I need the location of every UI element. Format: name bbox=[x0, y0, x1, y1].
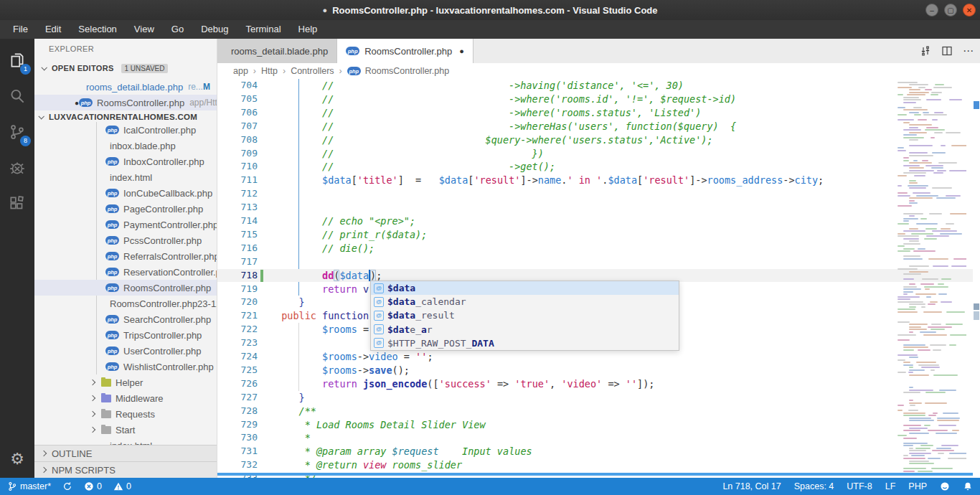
code-line-704[interactable]: 704 // ->having('distance', '<=', 30) bbox=[217, 79, 973, 93]
code-line-708[interactable]: 708 // $query->where('users.status','Act… bbox=[217, 133, 973, 147]
minimize-button-icon[interactable]: – bbox=[925, 4, 938, 16]
statusbar-git-branch[interactable]: master* bbox=[7, 481, 51, 491]
breadcrumb-item[interactable]: Http bbox=[261, 66, 278, 76]
code-line-730[interactable]: 730 * bbox=[217, 431, 973, 445]
code-line-705[interactable]: 705 // ->where('rooms.id', '!=', $reques… bbox=[217, 93, 973, 106]
suggestion-item[interactable]: @$data_result bbox=[371, 308, 679, 322]
npm-scripts-section[interactable]: NPM SCRIPTS bbox=[34, 461, 217, 478]
tree-item-usercontroller-php[interactable]: phpUserController.php bbox=[34, 343, 217, 359]
code-line-729[interactable]: 729 * Load Rooms Detail Slider View bbox=[217, 418, 973, 432]
tree-item-inbox-blade-php[interactable]: inbox.blade.php bbox=[34, 138, 217, 154]
statusbar-errors[interactable]: 0 bbox=[84, 481, 102, 491]
tree-item-roomscontroller-php23-12-[interactable]: RoomsController.php23-12... bbox=[34, 296, 217, 311]
menu-selection[interactable]: Selection bbox=[70, 20, 125, 39]
statusbar-cursor-position[interactable]: Ln 718, Col 17 bbox=[722, 481, 781, 491]
tree-item-icalcontroller-php[interactable]: phpIcalController.php bbox=[34, 122, 217, 138]
tree-item-inboxcontroller-php[interactable]: phpInboxController.php bbox=[34, 154, 217, 169]
title-bar[interactable]: ● RoomsController.php - luxvacationrenta… bbox=[0, 0, 980, 20]
code-line-713[interactable]: 713 bbox=[217, 201, 973, 214]
open-editors-header[interactable]: OPEN EDITORS 1 UNSAVED bbox=[34, 60, 217, 76]
tree-item-start[interactable]: Start bbox=[34, 422, 217, 438]
horizontal-scrollbar[interactable] bbox=[217, 473, 973, 476]
menu-debug[interactable]: Debug bbox=[192, 20, 237, 39]
tree-item-pagecontroller-php[interactable]: phpPageController.php bbox=[34, 201, 217, 217]
statusbar-feedback[interactable] bbox=[940, 481, 950, 491]
open-changes-icon[interactable] bbox=[920, 45, 931, 57]
menu-file[interactable]: File bbox=[4, 20, 37, 39]
split-editor-icon[interactable] bbox=[941, 45, 953, 57]
statusbar-warnings[interactable]: 0 bbox=[113, 481, 131, 491]
code-line-728[interactable]: 728 /** bbox=[217, 405, 973, 418]
tree-item-searchcontroller-php[interactable]: phpSearchController.php bbox=[34, 311, 217, 327]
close-button-icon[interactable]: ✕ bbox=[963, 4, 976, 16]
more-actions-icon[interactable]: ⋯ bbox=[963, 44, 974, 57]
code-line-712[interactable]: 712 bbox=[217, 187, 973, 201]
suggestion-item[interactable]: @$data bbox=[371, 281, 679, 295]
tree-item-requests[interactable]: Requests bbox=[34, 406, 217, 422]
line-text: public function bbox=[275, 309, 369, 323]
statusbar-sync[interactable] bbox=[62, 481, 72, 491]
breadcrumb[interactable]: app›Http›Controllers›phpRoomsController.… bbox=[217, 63, 980, 79]
statusbar-indentation[interactable]: Spaces: 4 bbox=[794, 481, 834, 491]
maximize-button-icon[interactable]: ▢ bbox=[944, 4, 957, 16]
code-line-731[interactable]: 731 * @param array $request Input values bbox=[217, 445, 973, 458]
tree-item-pcsscontroller-php[interactable]: phpPcssController.php bbox=[34, 232, 217, 248]
settings-gear-icon[interactable]: ⚙ bbox=[0, 446, 34, 472]
open-editor-item[interactable]: ●phpRoomsController.phpapp/Http/... bbox=[34, 95, 217, 110]
breadcrumb-item[interactable]: app bbox=[233, 66, 248, 76]
code-line-707[interactable]: 707 // ->whereHas('users', function($que… bbox=[217, 120, 973, 133]
outline-section[interactable]: OUTLINE bbox=[34, 445, 217, 461]
menu-go[interactable]: Go bbox=[163, 20, 192, 39]
tree-item-index-html[interactable]: 5index.html bbox=[34, 438, 217, 445]
suggestion-item[interactable]: @$date_ar bbox=[371, 323, 679, 336]
tree-item-ioncubecallback-php[interactable]: phpIonCubeCallback.php bbox=[34, 185, 217, 201]
code-line-717[interactable]: 717 bbox=[217, 255, 973, 269]
activitybar-debug[interactable] bbox=[0, 151, 34, 185]
suggestion-item[interactable]: @$HTTP_RAW_POST_DATA bbox=[371, 336, 679, 350]
code-line-716[interactable]: 716 // die(); bbox=[217, 242, 973, 255]
statusbar-eol[interactable]: LF bbox=[885, 481, 896, 491]
suggestion-item[interactable]: @$data_calendar bbox=[371, 295, 679, 308]
code-line-710[interactable]: 710 // ->get(); bbox=[217, 160, 973, 174]
intellisense-popup[interactable]: @$data@$data_calendar@$data_result@$date… bbox=[370, 280, 679, 351]
menu-help[interactable]: Help bbox=[290, 20, 326, 39]
tree-item-middleware[interactable]: Middleware bbox=[34, 390, 217, 406]
badge: 8 bbox=[20, 136, 31, 146]
activitybar-explorer[interactable]: 1 bbox=[0, 43, 34, 77]
menu-edit[interactable]: Edit bbox=[37, 20, 70, 39]
code-line-724[interactable]: 724 $rooms->video = ''; bbox=[217, 350, 973, 364]
code-line-732[interactable]: 732 * @return view rooms_slider bbox=[217, 458, 973, 472]
breadcrumb-item[interactable]: RoomsController.php bbox=[365, 66, 449, 76]
minimap[interactable] bbox=[895, 79, 966, 478]
tree-item-roomscontroller-php[interactable]: phpRoomsController.php bbox=[34, 280, 217, 296]
code-line-711[interactable]: 711 $data['title'] = $data['result']->na… bbox=[217, 174, 973, 187]
menu-view[interactable]: View bbox=[126, 20, 163, 39]
code-line-726[interactable]: 726 return json_encode(['success' => 'tr… bbox=[217, 377, 973, 391]
code-line-715[interactable]: 715 // print_r($data); bbox=[217, 228, 973, 242]
tree-item-helper[interactable]: Helper bbox=[34, 374, 217, 390]
tab-roomscontroller-php[interactable]: phpRoomsController.php● bbox=[337, 39, 473, 63]
menu-terminal[interactable]: Terminal bbox=[237, 20, 289, 39]
breadcrumb-item[interactable]: Controllers bbox=[291, 66, 334, 76]
tab-rooms-detail-blade-php[interactable]: rooms_detail.blade.php bbox=[217, 39, 337, 63]
code-line-714[interactable]: 714 // echo "<pre>"; bbox=[217, 214, 973, 228]
tree-item-reservationcontroller-php[interactable]: phpReservationController.php bbox=[34, 264, 217, 280]
code-line-725[interactable]: 725 $rooms->save(); bbox=[217, 364, 973, 377]
open-editor-item[interactable]: rooms_detail.blade.phpre...M bbox=[34, 79, 217, 95]
code-editor[interactable]: 704 // ->having('distance', '<=', 30)705… bbox=[217, 79, 980, 478]
tree-item-wishlistcontroller-php[interactable]: phpWishlistController.php bbox=[34, 359, 217, 374]
activitybar-extensions[interactable] bbox=[0, 187, 34, 221]
tree-item-referralscontroller-php[interactable]: phpReferralsController.php bbox=[34, 248, 217, 264]
tree-item-paymentcontroller-php[interactable]: phpPaymentController.php bbox=[34, 217, 217, 232]
tree-item-tripscontroller-php[interactable]: phpTripsController.php bbox=[34, 327, 217, 343]
statusbar-notifications[interactable] bbox=[963, 481, 973, 491]
activitybar-source-control[interactable]: 8 bbox=[0, 115, 34, 149]
code-line-709[interactable]: 709 // }) bbox=[217, 147, 973, 161]
activitybar-search[interactable] bbox=[0, 79, 34, 113]
code-line-727[interactable]: 727 } bbox=[217, 391, 973, 405]
statusbar-language-mode[interactable]: PHP bbox=[908, 481, 927, 491]
tree-item-index-html[interactable]: 5index.html bbox=[34, 169, 217, 185]
code-line-706[interactable]: 706 // ->where('rooms.status', 'Listed') bbox=[217, 106, 973, 120]
statusbar-encoding[interactable]: UTF-8 bbox=[847, 481, 872, 491]
overview-ruler[interactable] bbox=[973, 79, 980, 478]
